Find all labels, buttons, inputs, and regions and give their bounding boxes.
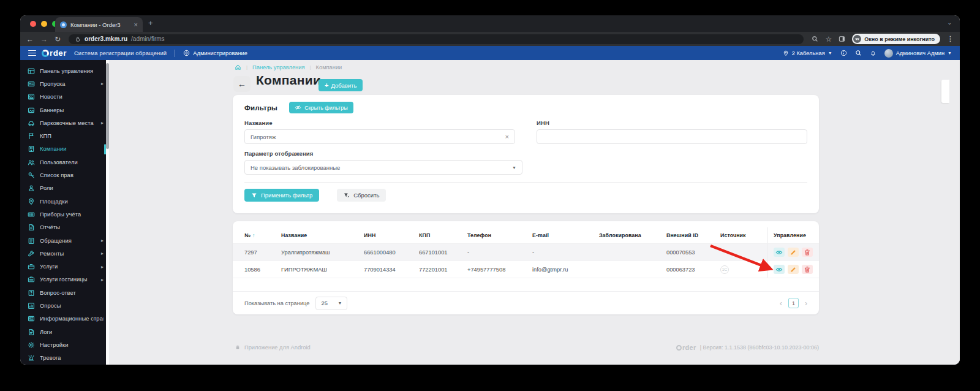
tab-search-chevron-icon[interactable]: ⌄ <box>947 20 952 26</box>
sidebar-item-settings[interactable]: Настройки <box>20 338 109 351</box>
breadcrumb-link-dashboard[interactable]: Панель управления <box>252 64 304 70</box>
filters-title: Фильтры <box>244 104 277 112</box>
per-page-select[interactable]: 25 ▼ <box>315 297 347 310</box>
display-param-select[interactable]: Не показывать заблокированные ▼ <box>244 160 522 175</box>
chevron-right-icon: ▸ <box>101 264 104 270</box>
sidebar-item-role[interactable]: Роли <box>20 182 109 195</box>
hide-filters-button[interactable]: Скрыть фильтры <box>289 102 353 113</box>
apply-filter-button[interactable]: Применить фильтр <box>244 189 319 202</box>
sidebar-item-kpp[interactable]: КПП <box>20 129 109 142</box>
back-icon[interactable]: ← <box>26 36 34 43</box>
sidebar-item-doc[interactable]: Отчёты <box>20 221 109 234</box>
key-icon <box>28 172 35 179</box>
service-icon <box>28 263 35 270</box>
sidebar-item-poll[interactable]: Опросы <box>20 299 109 312</box>
sidebar-item-label: КПП <box>40 133 104 139</box>
user-menu[interactable]: Админович Админ ▼ <box>884 49 952 58</box>
delete-button[interactable] <box>802 265 813 274</box>
sidebar-item-hotel[interactable]: Услуги гостиницы▸ <box>20 273 109 286</box>
browser-tab[interactable]: Компании - Order3 × <box>55 17 143 32</box>
request-icon <box>28 237 35 245</box>
sidebar-item-infopages[interactable]: Информационные страницы <box>20 313 109 325</box>
sidebar-item-users[interactable]: Пользователи <box>20 156 109 169</box>
notifications-button[interactable] <box>870 50 876 56</box>
edit-button[interactable] <box>788 265 799 274</box>
sidebar-item-label: Приборы учёта <box>40 211 104 218</box>
android-icon <box>235 344 241 351</box>
next-page-icon[interactable]: › <box>805 300 807 307</box>
column-header: Заблокирована <box>599 227 666 243</box>
search-button[interactable] <box>855 50 862 56</box>
url-bar[interactable]: order3.mkm.ru /admin/firms <box>69 34 804 44</box>
avatar <box>884 49 893 58</box>
hamburger-menu-icon[interactable] <box>28 50 36 56</box>
close-window-button[interactable] <box>30 21 36 27</box>
inn-filter-input[interactable] <box>543 134 801 140</box>
footer-version: | Версия: 1.1.1538 (860bfc03-10.10.2023-… <box>700 344 819 351</box>
sidebar-item-pass[interactable]: Пропуска▸ <box>20 77 109 90</box>
add-button[interactable]: + Добавить <box>318 79 363 91</box>
admin-label: Администрирование <box>193 50 247 56</box>
sidebar-item-parking[interactable]: Парковочные места▸ <box>20 116 109 129</box>
sidebar-item-label: Новости <box>40 94 104 100</box>
sidebar-item-repair[interactable]: Ремонты▸ <box>20 247 109 260</box>
view-button[interactable] <box>774 265 785 274</box>
info-button[interactable] <box>840 50 847 56</box>
sidebar-item-service[interactable]: Услуги▸ <box>20 260 109 273</box>
faq-icon <box>28 289 35 297</box>
sidebar-item-faq[interactable]: Вопрос-ответ <box>20 286 109 299</box>
browser-menu-icon[interactable]: ⋮ <box>947 35 954 43</box>
edit-button[interactable] <box>788 248 799 257</box>
sidebar-item-alarm[interactable]: Тревога <box>20 352 109 365</box>
location-selector[interactable]: 2 Кабельная ▼ <box>783 50 832 56</box>
column-header[interactable]: №↑ <box>244 227 281 243</box>
dashboard-icon <box>28 67 35 75</box>
forward-icon[interactable]: → <box>40 36 48 43</box>
sidebar-item-location[interactable]: Площадки <box>20 195 109 208</box>
bookmark-star-icon[interactable]: ☆ <box>825 36 832 43</box>
hotel-icon <box>28 276 35 283</box>
cell-inn: 6661000480 <box>364 244 419 260</box>
sidebar-item-company[interactable]: Компании <box>20 143 109 156</box>
side-panel-tab[interactable] <box>941 80 949 103</box>
admin-section[interactable]: Администрирование <box>183 50 247 56</box>
sidebar-item-news[interactable]: Новости <box>20 91 109 104</box>
prev-page-icon[interactable]: ‹ <box>780 300 782 307</box>
zoom-icon[interactable] <box>812 36 818 42</box>
sidebar-item-label: Обращения <box>40 238 96 244</box>
sidebar-item-meter[interactable]: Приборы учёта <box>20 208 109 221</box>
sidebar-item-label: Ремонты <box>40 251 96 257</box>
reload-icon[interactable]: ↻ <box>55 36 61 43</box>
app-subtitle: Система регистрации обращений <box>74 50 167 56</box>
side-panel-icon[interactable] <box>839 36 845 42</box>
meter-icon <box>28 211 35 218</box>
eye-off-icon <box>295 104 301 111</box>
back-button[interactable]: ← <box>233 76 251 92</box>
tab-close-icon[interactable]: × <box>134 21 138 28</box>
page-title: Компании <box>256 73 321 88</box>
view-button[interactable] <box>774 248 785 257</box>
sidebar-item-banner[interactable]: Баннеры <box>20 104 109 116</box>
home-icon[interactable] <box>235 64 241 70</box>
app-logo[interactable]: rder <box>42 48 67 58</box>
cell-actions <box>767 244 819 260</box>
sidebar-item-key[interactable]: Список прав <box>20 169 109 181</box>
sidebar-item-dashboard[interactable]: Панель управления <box>20 64 109 77</box>
sidebar-item-label: Компании <box>40 146 104 152</box>
window-controls <box>30 21 58 27</box>
sidebar-item-log[interactable]: Логи <box>20 325 109 338</box>
android-app-link[interactable]: Приложение для Android <box>235 344 311 351</box>
name-filter-input[interactable] <box>251 134 505 140</box>
new-tab-button[interactable]: + <box>148 18 153 28</box>
bell-icon <box>870 50 876 56</box>
delete-button[interactable] <box>802 248 813 257</box>
sidebar-item-label: Настройки <box>40 342 104 348</box>
page-number[interactable]: 1 <box>788 298 799 308</box>
reset-filter-button[interactable]: Сбросить <box>337 189 386 202</box>
chevron-down-icon: ▼ <box>828 51 832 55</box>
sidebar-item-request[interactable]: Обращения▸ <box>20 234 109 247</box>
clear-icon[interactable]: × <box>505 134 509 140</box>
column-header: Управление <box>767 227 819 243</box>
minimize-window-button[interactable] <box>41 21 47 27</box>
cell-kpp: 667101001 <box>419 244 467 260</box>
